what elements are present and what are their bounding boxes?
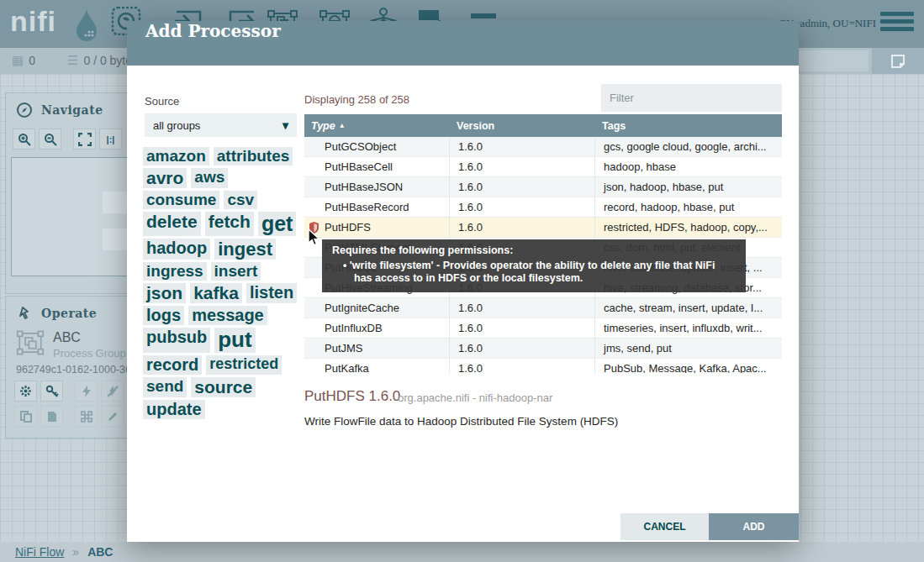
tooltip-bullet: • 'write filesystem' - Provides operator… [332, 260, 736, 286]
tag-filter[interactable]: attributes [214, 147, 293, 165]
tag-filter[interactable]: fetch [205, 212, 254, 236]
tag-filter[interactable]: record [143, 355, 202, 375]
tag-filter[interactable]: hadoop [143, 239, 210, 260]
zoom-fit-button[interactable] [73, 129, 96, 150]
column-header-type[interactable]: Type▲ [304, 120, 450, 132]
tag-filter[interactable]: logs [143, 306, 184, 325]
tag-filter[interactable]: json [143, 283, 186, 303]
access-policies-button[interactable] [40, 381, 63, 402]
tag-filter[interactable]: pubsub [143, 328, 210, 353]
table-row[interactable]: PutHBaseJSON1.6.0json, hadoop, hbase, pu… [304, 177, 782, 197]
tag-cloud: amazon attributes avro aws consume csv d… [143, 147, 308, 399]
add-processor-dialog: Add Processor Source all groups ▾ amazon… [127, 21, 799, 542]
tag-filter[interactable]: restricted [206, 355, 282, 375]
breadcrumb-current: ABC [87, 545, 113, 559]
selected-group-type: Process Group [53, 347, 126, 360]
tooltip-title: Requires the following permissions: [332, 244, 736, 258]
cancel-button[interactable]: CANCEL [620, 513, 709, 540]
source-label: Source [145, 95, 179, 108]
column-header-version[interactable]: Version [450, 120, 595, 132]
table-row[interactable]: PutIgniteCache1.6.0cache, stream, insert… [304, 298, 782, 318]
tag-filter[interactable]: source [191, 377, 256, 397]
components-icon: ▦ [12, 53, 24, 68]
nifi-logo: nifi [10, 5, 56, 38]
table-row[interactable]: PutJMS1.6.0jms, send, put [304, 339, 782, 359]
stop-button[interactable] [101, 381, 124, 402]
birdseye-minimap[interactable] [11, 157, 134, 276]
table-row[interactable]: PutHBaseRecord1.6.0record, hadoop, hbase… [304, 197, 782, 218]
restricted-permission-tooltip: Requires the following permissions: • 'w… [322, 239, 746, 292]
group-button[interactable] [75, 406, 98, 427]
chevron-down-icon: ▾ [282, 118, 288, 132]
compass-icon [16, 102, 33, 122]
selected-group-id: 962749c1-0162-1000-36b5 [16, 364, 135, 376]
table-row[interactable]: PutInfluxDB1.6.0timeseries, insert, infl… [304, 318, 782, 339]
bulletin-board-button[interactable] [872, 48, 924, 74]
paste-button[interactable] [40, 406, 63, 427]
global-menu-icon[interactable] [880, 12, 914, 35]
navigate-title: Navigate [41, 103, 103, 117]
configuration-button[interactable] [14, 381, 37, 402]
selected-processor-title: PutHDFS 1.6.0 [304, 388, 400, 405]
tag-filter[interactable]: put [214, 328, 255, 353]
breadcrumb: NiFi Flow » ABC [0, 542, 924, 562]
tag-filter[interactable]: ingest [214, 239, 276, 260]
filter-input[interactable] [601, 84, 782, 112]
tag-filter[interactable]: consume [143, 191, 219, 209]
nifi-drop-icon [74, 7, 99, 42]
dialog-title: Add Processor [145, 21, 281, 41]
copy-button[interactable] [14, 406, 37, 427]
dialog-header: Add Processor [127, 21, 799, 66]
hand-icon [18, 305, 34, 325]
selected-group-name: ABC [53, 330, 81, 345]
tag-filter[interactable]: delete [143, 212, 201, 236]
zoom-out-button[interactable] [39, 129, 61, 150]
tag-filter[interactable]: kafka [190, 283, 242, 303]
table-row[interactable]: PutGCSObject1.6.0gcs, google cloud, goog… [304, 137, 782, 157]
tag-filter[interactable]: update [143, 400, 205, 419]
tag-filter[interactable]: avro [143, 168, 187, 188]
selected-processor-description: Write FlowFile data to Hadoop Distribute… [304, 415, 618, 428]
table-row[interactable]: PutKafka1.6.0PubSub, Message, Kafka, Apa… [304, 359, 782, 373]
tag-filter[interactable]: message [188, 306, 267, 325]
operate-title: Operate [41, 307, 97, 320]
process-group-badge-icon [16, 328, 45, 360]
processor-count-stat: ▦ 0 [12, 53, 35, 68]
color-button[interactable] [101, 406, 124, 427]
restricted-icon [309, 222, 319, 234]
table-row[interactable]: PutHBaseCell1.6.0hadoop, hbase [304, 157, 782, 177]
bulletin-icon [890, 54, 906, 69]
table-header: Type▲ Version Tags [304, 114, 782, 137]
processor-count-value: 0 [29, 54, 35, 67]
tag-filter[interactable]: aws [191, 168, 228, 188]
tag-filter[interactable]: send [143, 377, 187, 397]
tag-filter[interactable]: insert [211, 262, 261, 281]
displaying-count: Displaying 258 of 258 [304, 93, 409, 106]
source-dropdown-value: all groups [153, 119, 200, 132]
tag-filter[interactable]: csv [224, 191, 257, 209]
tag-filter[interactable]: amazon [143, 147, 209, 165]
zoom-actual-button[interactable]: |:| [99, 129, 122, 150]
zoom-in-button[interactable] [13, 129, 35, 150]
column-header-tags[interactable]: Tags [595, 120, 782, 132]
breadcrumb-root-link[interactable]: NiFi Flow [15, 545, 64, 559]
start-button[interactable] [75, 381, 98, 402]
selected-processor-bundle: org.apache.nifi - nifi-hadoop-nar [398, 391, 552, 404]
source-dropdown[interactable]: all groups ▾ [145, 113, 297, 137]
table-row-selected[interactable]: PutHDFS 1.6.0restricted, HDFS, hadoop, c… [304, 218, 782, 238]
breadcrumb-separator: » [72, 545, 79, 559]
sort-asc-icon: ▲ [339, 122, 346, 129]
tag-filter[interactable]: get [258, 212, 297, 236]
navigate-panel: Navigate |:| [5, 92, 140, 294]
operate-panel: Operate ABC Process Group 962749c1-0162-… [5, 296, 140, 439]
tag-filter[interactable]: listen [246, 283, 297, 303]
add-button[interactable]: ADD [709, 513, 799, 540]
queue-icon: ☰ [67, 53, 78, 68]
tag-filter[interactable]: ingress [143, 262, 207, 281]
